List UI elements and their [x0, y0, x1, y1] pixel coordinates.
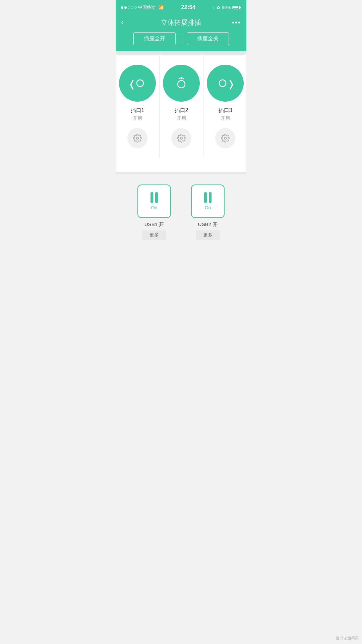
gear-1-icon — [133, 134, 142, 143]
usb-1-on-label: On — [151, 205, 158, 210]
signal-dots — [121, 6, 137, 9]
usb-2-bar-2 — [209, 192, 212, 203]
usb-2-bars — [204, 192, 212, 203]
outlet-col-1: ❬ 插口1 开启 — [116, 55, 160, 158]
signal-dot-5 — [134, 6, 137, 9]
svg-point-5 — [219, 80, 226, 87]
outlet-3-settings-button[interactable] — [215, 128, 235, 148]
separator-bottom — [116, 172, 246, 174]
header-inner: ‹ 立体拓展排插 ••• — [121, 18, 241, 27]
more-button[interactable]: ••• — [232, 19, 241, 26]
outlet-3-svg: ❭ — [215, 76, 235, 90]
usb-item-2: On USB2 开 更多 — [191, 184, 225, 240]
battery-icon — [232, 6, 241, 9]
svg-text:❬: ❬ — [128, 79, 136, 90]
status-right: ↑ ✿ 90% — [213, 5, 241, 10]
outlet-1-button[interactable]: ❬ — [119, 65, 156, 102]
svg-point-2 — [136, 137, 139, 140]
usb-item-1: On USB1 开 更多 — [137, 184, 171, 240]
outlet-2-button[interactable] — [163, 65, 200, 102]
usb-1-bar-2 — [155, 192, 158, 203]
outlet-col-3: ❭ 插口3 开启 — [203, 55, 246, 158]
bluetooth-icon: ✿ — [217, 5, 220, 10]
status-left: 中国移动 📶 — [121, 4, 164, 10]
location-icon: ↑ — [213, 5, 215, 10]
control-divider — [181, 33, 181, 45]
page-header: ‹ 立体拓展排插 ••• — [116, 15, 246, 32]
outlet-1-name: 插口1 — [131, 107, 144, 114]
all-on-button[interactable]: 插座全开 — [133, 32, 176, 45]
carrier-label: 中国移动 — [138, 4, 156, 10]
battery-body — [232, 6, 240, 9]
usb-2-button[interactable]: On — [191, 184, 225, 218]
signal-dot-2 — [124, 6, 127, 9]
usb-1-bars — [150, 192, 158, 203]
usb-2-on-label: On — [205, 205, 211, 210]
back-button[interactable]: ‹ — [121, 18, 123, 27]
outlet-1-status: 开启 — [133, 115, 142, 121]
svg-point-4 — [180, 137, 183, 140]
outlet-2-icon — [173, 75, 190, 92]
usb-1-bar-1 — [150, 192, 153, 203]
outlet-2-settings-button[interactable] — [171, 128, 191, 148]
control-bar: 插座全开 插座全关 — [116, 32, 246, 51]
outlet-3-icon: ❭ — [215, 76, 235, 90]
page-title: 立体拓展排插 — [161, 18, 201, 27]
status-bar: 中国移动 📶 22:54 ↑ ✿ 90% — [116, 0, 246, 15]
svg-point-3 — [178, 80, 185, 88]
signal-dot-1 — [121, 6, 123, 9]
usb-section: On USB1 开 更多 On USB2 开 更多 — [116, 174, 246, 250]
outlet-2-svg — [173, 75, 190, 92]
battery-tip — [240, 7, 241, 8]
svg-text:❭: ❭ — [227, 79, 235, 90]
gear-3-icon — [221, 134, 230, 143]
signal-dot-4 — [131, 6, 133, 9]
usb-row: On USB1 开 更多 On USB2 开 更多 — [122, 184, 240, 240]
all-off-button[interactable]: 插座全关 — [187, 32, 229, 45]
outlet-2-name: 插口2 — [175, 107, 188, 114]
outlet-1-svg: ❬ — [127, 76, 147, 90]
usb-2-more-button[interactable]: 更多 — [196, 230, 220, 240]
usb-2-name: USB2 开 — [198, 221, 218, 228]
signal-dot-3 — [128, 6, 130, 9]
outlet-2-status: 开启 — [177, 115, 186, 121]
outlet-grid-wrapper: ❬ 插口1 开启 — [116, 55, 246, 172]
gear-2-icon — [177, 134, 186, 143]
outlet-3-status: 开启 — [221, 115, 230, 121]
battery-percent: 90% — [222, 5, 231, 10]
wifi-icon: 📶 — [158, 5, 164, 10]
usb-1-name: USB1 开 — [144, 221, 164, 228]
battery-fill — [233, 6, 238, 8]
outlet-grid: ❬ 插口1 开启 — [116, 55, 246, 158]
outlet-3-name: 插口3 — [219, 107, 232, 114]
outlet-bottom-space — [116, 158, 246, 172]
outlet-1-icon: ❬ — [127, 76, 147, 90]
usb-1-more-button[interactable]: 更多 — [142, 230, 166, 240]
usb-1-button[interactable]: On — [137, 184, 171, 218]
svg-point-1 — [137, 80, 143, 87]
outlet-col-2: 插口2 开启 — [160, 55, 203, 158]
outlet-1-settings-button[interactable] — [127, 128, 147, 148]
outlet-3-button[interactable]: ❭ — [207, 65, 244, 102]
separator-top — [116, 51, 246, 55]
usb-2-bar-1 — [204, 192, 207, 203]
svg-point-7 — [224, 137, 227, 140]
status-time: 22:54 — [181, 4, 195, 11]
